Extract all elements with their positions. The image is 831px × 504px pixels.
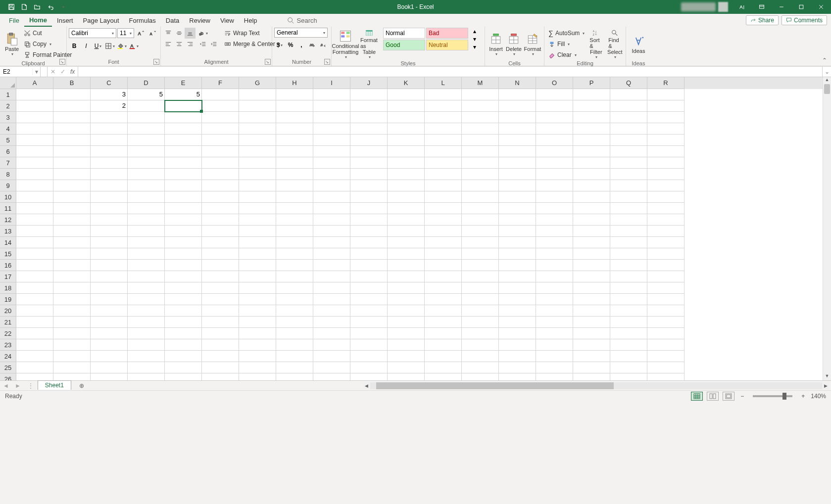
cell[interactable] bbox=[499, 89, 536, 100]
cell[interactable] bbox=[128, 351, 165, 362]
tab-page-layout[interactable]: Page Layout bbox=[78, 14, 124, 27]
cell[interactable] bbox=[202, 248, 239, 260]
cell[interactable] bbox=[202, 260, 239, 271]
cell[interactable] bbox=[16, 203, 53, 214]
cell[interactable] bbox=[128, 169, 165, 180]
cell[interactable] bbox=[499, 362, 536, 373]
cell[interactable] bbox=[462, 100, 499, 112]
fill-color-button[interactable] bbox=[116, 41, 127, 51]
cell[interactable] bbox=[313, 339, 350, 351]
comments-button[interactable]: Comments bbox=[782, 15, 827, 25]
cell[interactable] bbox=[53, 317, 91, 328]
row-header[interactable]: 6 bbox=[0, 146, 16, 157]
cell[interactable] bbox=[573, 328, 610, 339]
cell[interactable] bbox=[128, 214, 165, 226]
cell[interactable] bbox=[462, 226, 499, 237]
format-cells-button[interactable]: Format bbox=[523, 28, 542, 60]
cell[interactable] bbox=[313, 203, 350, 214]
cell[interactable] bbox=[91, 191, 128, 203]
cell[interactable] bbox=[388, 180, 425, 191]
cell[interactable] bbox=[536, 248, 573, 260]
cell[interactable] bbox=[388, 328, 425, 339]
cell[interactable] bbox=[573, 203, 610, 214]
cell[interactable] bbox=[276, 226, 313, 237]
cell[interactable] bbox=[239, 146, 276, 157]
format-painter-button[interactable]: Format Painter bbox=[22, 49, 74, 60]
zoom-slider[interactable] bbox=[753, 395, 792, 397]
cell[interactable] bbox=[350, 214, 388, 226]
cell[interactable] bbox=[91, 135, 128, 146]
cell[interactable] bbox=[239, 135, 276, 146]
cell[interactable] bbox=[202, 305, 239, 317]
row-header[interactable]: 7 bbox=[0, 157, 16, 169]
column-header[interactable]: G bbox=[239, 77, 276, 89]
cell[interactable] bbox=[536, 203, 573, 214]
cell[interactable] bbox=[53, 226, 91, 237]
collapse-ribbon-icon[interactable]: ⌃ bbox=[818, 55, 831, 66]
cell[interactable] bbox=[202, 146, 239, 157]
cell[interactable] bbox=[313, 146, 350, 157]
cell[interactable] bbox=[388, 362, 425, 373]
cell-area[interactable]: 3552 bbox=[16, 89, 831, 380]
cell[interactable] bbox=[276, 169, 313, 180]
cell[interactable] bbox=[536, 305, 573, 317]
cell[interactable] bbox=[128, 135, 165, 146]
cell[interactable] bbox=[53, 294, 91, 305]
cell[interactable] bbox=[276, 271, 313, 282]
accounting-format-icon[interactable]: $ bbox=[274, 40, 285, 50]
cell[interactable] bbox=[16, 112, 53, 123]
cell[interactable] bbox=[462, 135, 499, 146]
cell[interactable] bbox=[610, 146, 647, 157]
cell[interactable] bbox=[313, 271, 350, 282]
cell[interactable] bbox=[91, 351, 128, 362]
cell[interactable] bbox=[202, 294, 239, 305]
cell[interactable] bbox=[16, 294, 53, 305]
cell[interactable] bbox=[16, 317, 53, 328]
cell[interactable] bbox=[499, 123, 536, 135]
zoom-level[interactable]: 140% bbox=[811, 393, 826, 400]
cell[interactable] bbox=[350, 100, 388, 112]
cell[interactable] bbox=[128, 373, 165, 380]
cell[interactable] bbox=[313, 191, 350, 203]
cell[interactable] bbox=[536, 89, 573, 100]
cell[interactable] bbox=[499, 305, 536, 317]
cell[interactable] bbox=[573, 100, 610, 112]
cell[interactable] bbox=[388, 373, 425, 380]
cell[interactable] bbox=[573, 226, 610, 237]
new-file-icon[interactable] bbox=[18, 1, 31, 13]
cell[interactable] bbox=[647, 237, 684, 248]
cell[interactable] bbox=[499, 317, 536, 328]
cell[interactable] bbox=[610, 317, 647, 328]
cell[interactable] bbox=[462, 123, 499, 135]
cell[interactable] bbox=[388, 339, 425, 351]
cell[interactable] bbox=[128, 123, 165, 135]
cell[interactable] bbox=[313, 89, 350, 100]
cell[interactable] bbox=[202, 282, 239, 294]
tab-data[interactable]: Data bbox=[161, 14, 184, 27]
column-header[interactable]: P bbox=[573, 77, 610, 89]
column-header[interactable]: A bbox=[16, 77, 53, 89]
cell[interactable] bbox=[536, 237, 573, 248]
cell[interactable] bbox=[276, 191, 313, 203]
user-avatar[interactable] bbox=[718, 2, 728, 12]
cell[interactable] bbox=[91, 260, 128, 271]
tab-help[interactable]: Help bbox=[239, 14, 262, 27]
row-header[interactable]: 9 bbox=[0, 180, 16, 191]
cell[interactable] bbox=[53, 328, 91, 339]
cell[interactable] bbox=[425, 248, 462, 260]
cell[interactable] bbox=[573, 362, 610, 373]
cell[interactable] bbox=[573, 271, 610, 282]
cell[interactable] bbox=[462, 169, 499, 180]
cell[interactable] bbox=[647, 180, 684, 191]
percent-format-icon[interactable]: % bbox=[285, 40, 296, 50]
borders-button[interactable] bbox=[104, 41, 115, 51]
cell[interactable] bbox=[350, 135, 388, 146]
cell[interactable] bbox=[165, 135, 202, 146]
cell[interactable] bbox=[462, 248, 499, 260]
cell[interactable] bbox=[573, 317, 610, 328]
cell[interactable] bbox=[313, 351, 350, 362]
cell[interactable] bbox=[53, 100, 91, 112]
cell[interactable] bbox=[91, 271, 128, 282]
cell[interactable] bbox=[239, 328, 276, 339]
row-header[interactable]: 2 bbox=[0, 100, 16, 112]
